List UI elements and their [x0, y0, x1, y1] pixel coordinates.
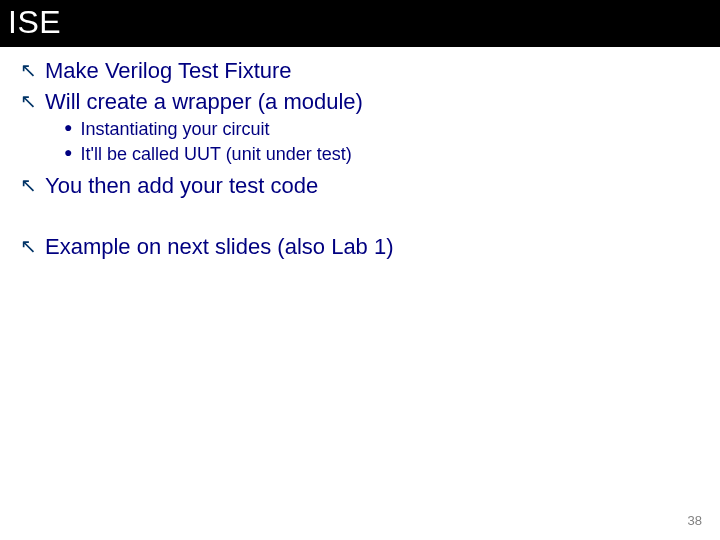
bullet-text: Example on next slides (also Lab 1): [45, 233, 394, 262]
sub-bullet-item: ● It'll be called UUT (unit under test): [64, 143, 700, 166]
arrow-up-left-icon: ↖: [20, 88, 37, 114]
arrow-up-left-icon: ↖: [20, 233, 37, 259]
dot-icon: ●: [64, 118, 72, 138]
spacer: [20, 203, 700, 233]
page-number: 38: [688, 513, 702, 528]
arrow-up-left-icon: ↖: [20, 57, 37, 83]
slide-title: ISE: [8, 4, 708, 41]
bullet-item: ↖ Example on next slides (also Lab 1): [20, 233, 700, 262]
sub-bullet-text: It'll be called UUT (unit under test): [80, 143, 351, 166]
sub-bullet-item: ● Instantiating your circuit: [64, 118, 700, 141]
bullet-list: ↖ Make Verilog Test Fixture ↖ Will creat…: [20, 57, 700, 116]
slide: ISE ↖ Make Verilog Test Fixture ↖ Will c…: [0, 0, 720, 540]
bullet-list: ↖ You then add your test code: [20, 172, 700, 201]
bullet-item: ↖ Will create a wrapper (a module): [20, 88, 700, 117]
bullet-text: You then add your test code: [45, 172, 318, 201]
bullet-item: ↖ You then add your test code: [20, 172, 700, 201]
sub-bullet-list: ● Instantiating your circuit ● It'll be …: [20, 118, 700, 166]
title-bar: ISE: [0, 0, 720, 47]
bullet-list: ↖ Example on next slides (also Lab 1): [20, 233, 700, 262]
arrow-up-left-icon: ↖: [20, 172, 37, 198]
bullet-text: Make Verilog Test Fixture: [45, 57, 292, 86]
slide-content: ↖ Make Verilog Test Fixture ↖ Will creat…: [0, 47, 720, 261]
sub-bullet-text: Instantiating your circuit: [80, 118, 269, 141]
dot-icon: ●: [64, 143, 72, 163]
bullet-text: Will create a wrapper (a module): [45, 88, 363, 117]
bullet-item: ↖ Make Verilog Test Fixture: [20, 57, 700, 86]
